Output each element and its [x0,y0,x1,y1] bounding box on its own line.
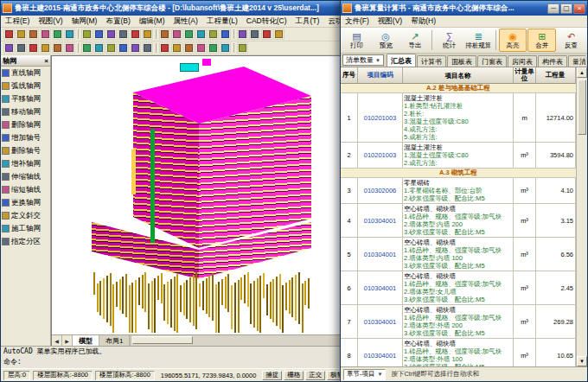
group-mode-select[interactable]: 章节-项目 ▼ [343,369,386,380]
report-tab-门窗表[interactable]: 门窗表 [477,55,507,67]
反查-button[interactable]: ↶反查 [557,29,585,52]
高亮-button[interactable]: ◉高亮 [499,29,527,52]
排桩规算-button[interactable]: ≣排桩规算 [464,29,493,52]
合并-button[interactable]: ⊞合并 [527,29,556,52]
report-tab-面板表[interactable]: 面板表 [447,55,476,67]
report-close-button[interactable]: × [573,3,585,14]
menu-item-帮助(H)[interactable]: 帮助(H) [406,16,440,27]
axis-tool-8[interactable]: 增补轴网 [1,157,50,170]
toolbar-icon[interactable] [118,29,129,40]
axis-tool-9[interactable]: 伸缩轴线 [1,170,50,183]
toolbar-icon[interactable] [16,42,27,54]
report-tab-计算书[interactable]: 计算书 [417,55,446,67]
toolbar-icon[interactable] [142,42,153,54]
table-row[interactable]: 6010304001空心砖墙、砌块墙1.砖品种、规格、强度等级:加气块2.墙体类… [341,271,576,305]
toolbar-icon[interactable] [171,29,182,40]
toolbar-icon[interactable] [52,29,63,40]
axis-tool-1[interactable]: 直线轴网 [1,67,50,80]
table-row[interactable]: 4010304001空心砖墙、砌块墙1.砖品种、规格、强度等级:加气块2.墙体类… [341,204,576,238]
统计-button[interactable]: ∑统计 [435,29,463,52]
toolbar-icon[interactable] [183,42,195,54]
table-row[interactable]: 8010304001空心砖墙、砌块墙1.砖品种、规格、强度等级:加气块2.墙体类… [341,339,576,366]
menu-item-工程(E)[interactable]: 工程(E) [1,16,34,27]
toolbar-icon[interactable] [3,42,15,54]
table-row[interactable]: 2010201003混凝土灌注桩1.混凝土强度等级:C802.成孔方法:m³35… [341,143,576,169]
report-minimize-button[interactable]: ─ [547,3,559,14]
toolbar-icon[interactable] [40,42,51,54]
report-titlebar[interactable]: 鲁班算量计算书 - 南通市政务中心北侧停车综合... ─ ▢ × [341,1,587,16]
导出-button[interactable]: ↗导出 [401,29,430,52]
tab-scroll-left-icon[interactable]: ◀ [52,335,62,346]
toolbar-icon[interactable] [159,42,170,54]
table-row[interactable]: 3010302006零星砌砖1.零星砌砖名称、部位:台阶2.砂浆强度等级、配合比… [341,178,576,204]
menu-item-轴网(M)[interactable]: 轴网(M) [67,16,102,27]
toolbar-icon[interactable] [64,29,75,40]
toolbar-icon[interactable] [3,29,15,40]
axis-tool-14[interactable]: 指定分区 [1,235,50,248]
toolbar-icon[interactable] [208,42,219,54]
toolbar-icon[interactable] [93,29,105,40]
table-row[interactable]: 1010201003混凝土灌注桩1.桩类型:钻孔灌注桩2.桩长:3.混凝土强度等… [341,93,576,143]
axis-tool-10[interactable]: 缩短轴线 [1,183,50,196]
toolbar-icon[interactable] [195,42,207,54]
menu-item-视图(V)[interactable]: 视图(V) [34,16,67,27]
axis-tool-12[interactable]: 定义斜交 [1,209,50,222]
report-tab-构件表[interactable]: 构件表 [538,55,567,67]
toolbar-icon[interactable] [273,29,284,40]
axis-tool-6[interactable]: 增加轴号 [1,131,50,144]
toolbar-icon[interactable] [261,29,272,40]
toolbar-icon[interactable] [105,29,117,40]
status-toggle-栅格[interactable]: 栅格 [284,371,304,380]
menu-item-工具(T)[interactable]: 工具(T) [291,16,324,27]
toolbar-icon[interactable] [16,29,27,40]
menu-item-文件(F)[interactable]: 文件(F) [341,16,374,27]
toolbar-icon[interactable] [195,29,207,40]
menu-item-CAD转化(C)[interactable]: CAD转化(C) [242,16,291,27]
toolbar-icon[interactable] [183,29,195,40]
view-mode-select[interactable]: 清单数量 ▼ [342,54,384,66]
status-toggle-捕捉[interactable]: 捕捉 [262,371,282,380]
打印-button[interactable]: ▤打印 [342,29,371,52]
toolbar-icon[interactable] [81,42,93,54]
scroll-thumb[interactable] [578,80,586,135]
report-tab-量清标[interactable]: 量清标 [568,55,585,67]
toolbar-icon[interactable] [130,42,141,54]
axis-tool-3[interactable]: 平移轴网 [1,92,50,105]
toolbar-icon[interactable] [52,42,63,54]
toolbar-icon[interactable] [28,42,39,54]
toolbar-icon[interactable] [220,29,231,40]
toolbar-icon[interactable] [237,29,248,40]
预览-button[interactable]: ◎预览 [372,29,400,52]
tab-model[interactable]: 模型 [73,335,99,346]
axis-tool-2[interactable]: 弧线轴网 [1,80,50,92]
toolbar-icon[interactable] [237,42,248,54]
panel-close-icon[interactable]: × [44,57,48,65]
menu-item-工程量(L)[interactable]: 工程量(L) [202,16,242,27]
menu-item-视图(V)[interactable]: 视图(V) [374,16,406,27]
report-tab-房间表[interactable]: 房间表 [508,55,537,67]
toolbar-icon[interactable] [220,42,231,54]
scroll-down-icon[interactable]: ▼ [577,356,587,366]
toolbar-icon[interactable] [171,42,182,54]
axis-tool-13[interactable]: 施工轴网 [1,222,50,235]
scroll-track[interactable] [577,78,587,356]
tab-scroll-right-icon[interactable]: ▶ [62,335,73,346]
toolbar-icon[interactable] [81,29,93,40]
report-maximize-button[interactable]: ▢ [560,3,572,14]
axis-tool-11[interactable]: 更换轴网 [1,196,50,209]
report-tab-汇总表[interactable]: 汇总表 [387,54,416,67]
hscroll-thumb[interactable] [132,336,193,344]
toolbar-icon[interactable] [208,29,219,40]
vertical-scrollbar[interactable]: ▲ ▼ [576,67,587,366]
toolbar-icon[interactable] [93,42,105,54]
toolbar-icon[interactable] [64,42,75,54]
table-row[interactable]: 5010304001空心砖墙、砌块墙1.砖品种、规格、强度等级:加气块2.墙体类… [341,238,576,271]
toolbar-icon[interactable] [28,29,39,40]
toolbar-icon[interactable] [40,29,51,40]
status-toggle-正交[interactable]: 正交 [305,371,325,380]
axis-tool-5[interactable]: 删除轴网 [1,118,50,131]
menu-item-编辑(M)[interactable]: 编辑(M) [135,16,169,27]
menu-item-属性(A)[interactable]: 属性(A) [169,16,202,27]
toolbar-icon[interactable] [105,42,117,54]
toolbar-icon[interactable] [159,29,170,40]
